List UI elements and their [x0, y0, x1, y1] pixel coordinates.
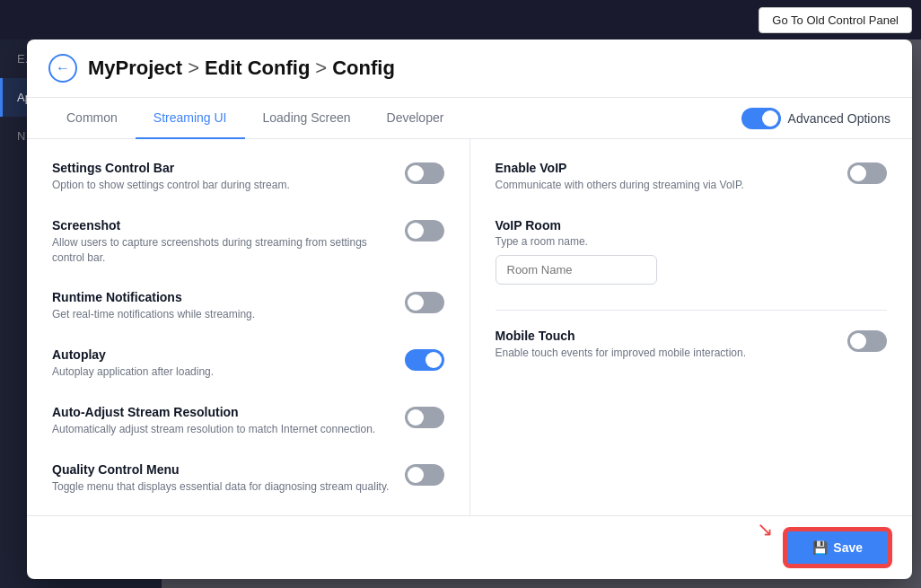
- setting-title-screenshot: Screenshot: [52, 218, 390, 233]
- modal-container: ← MyProject > Edit Config > Config Commo…: [27, 39, 912, 579]
- setting-row-auto-adjust: Auto-Adjust Stream Resolution Automatica…: [52, 405, 444, 437]
- back-button[interactable]: ←: [48, 54, 77, 83]
- save-button[interactable]: 💾 Save: [785, 529, 890, 566]
- toggle-auto-adjust[interactable]: [405, 407, 444, 428]
- old-panel-button[interactable]: Go To Old Control Panel: [759, 7, 912, 33]
- setting-desc-autoplay: Autoplay application after loading.: [52, 364, 390, 380]
- voip-room-desc: Type a room name.: [496, 235, 888, 248]
- toggle-runtime-notifications[interactable]: [405, 292, 444, 313]
- breadcrumb-sep1: >: [188, 57, 199, 80]
- modal-header: ← MyProject > Edit Config > Config: [27, 39, 912, 98]
- advanced-options-label: Advanced Options: [788, 111, 890, 126]
- setting-info-autoplay: Autoplay Autoplay application after load…: [52, 347, 390, 380]
- tab-developer[interactable]: Developer: [369, 98, 462, 139]
- voip-room-title: VoIP Room: [496, 218, 888, 233]
- setting-info-settings-control-bar: Settings Control Bar Option to show sett…: [52, 161, 390, 193]
- advanced-options-container: Advanced Options: [741, 108, 890, 129]
- tab-streaming-ui[interactable]: Streaming UI: [136, 98, 245, 139]
- setting-row-settings-control-bar: Settings Control Bar Option to show sett…: [52, 161, 444, 193]
- setting-row-mobile-touch: Mobile Touch Enable touch events for imp…: [496, 329, 888, 361]
- right-panel: Enable VoIP Communicate with others duri…: [470, 139, 913, 515]
- top-bar: Go To Old Control Panel: [0, 0, 921, 39]
- setting-row-screenshot: Screenshot Allow users to capture screen…: [52, 218, 444, 266]
- setting-title-mobile-touch: Mobile Touch: [496, 329, 834, 343]
- modal-body: Settings Control Bar Option to show sett…: [27, 139, 912, 515]
- setting-title-runtime-notifications: Runtime Notifications: [52, 290, 390, 304]
- tabs-container: Common Streaming UI Loading Screen Devel…: [27, 98, 912, 139]
- setting-title-enable-voip: Enable VoIP: [496, 161, 834, 175]
- setting-desc-runtime-notifications: Get real-time notifications while stream…: [52, 307, 390, 322]
- modal-overlay: ← MyProject > Edit Config > Config Commo…: [0, 0, 921, 588]
- setting-row-autoplay: Autoplay Autoplay application after load…: [52, 347, 444, 380]
- breadcrumb-config: Config: [332, 57, 395, 80]
- right-divider: [496, 310, 888, 311]
- breadcrumb: MyProject > Edit Config > Config: [88, 57, 395, 80]
- tab-loading-screen[interactable]: Loading Screen: [245, 98, 369, 139]
- breadcrumb-project: MyProject: [88, 57, 182, 80]
- setting-desc-mobile-touch: Enable touch events for improved mobile …: [496, 346, 834, 361]
- setting-info-quality-control: Quality Control Menu Toggle menu that di…: [52, 462, 390, 495]
- setting-title-settings-control-bar: Settings Control Bar: [52, 161, 390, 175]
- setting-title-autoplay: Autoplay: [52, 347, 390, 362]
- toggle-mobile-touch[interactable]: [847, 330, 887, 352]
- toggle-settings-control-bar[interactable]: [405, 162, 444, 184]
- setting-info-enable-voip: Enable VoIP Communicate with others duri…: [496, 161, 834, 193]
- left-panel: Settings Control Bar Option to show sett…: [27, 139, 470, 515]
- toggle-quality-control[interactable]: [405, 464, 444, 486]
- toggle-screenshot[interactable]: [405, 220, 444, 241]
- save-label: Save: [833, 540, 863, 555]
- save-icon: 💾: [812, 540, 828, 555]
- setting-title-auto-adjust: Auto-Adjust Stream Resolution: [52, 405, 390, 419]
- setting-desc-settings-control-bar: Option to show settings control bar duri…: [52, 178, 390, 193]
- setting-title-quality-control: Quality Control Menu: [52, 462, 390, 477]
- modal-footer: ↘ 💾 Save: [27, 515, 912, 579]
- back-icon: ←: [56, 60, 70, 76]
- voip-room-section: VoIP Room Type a room name.: [496, 218, 888, 285]
- setting-desc-quality-control: Toggle menu that displays essential data…: [52, 479, 390, 495]
- setting-info-runtime-notifications: Runtime Notifications Get real-time noti…: [52, 290, 390, 322]
- setting-desc-screenshot: Allow users to capture screenshots durin…: [52, 235, 390, 266]
- setting-desc-auto-adjust: Automatically adjust stream resolution t…: [52, 422, 390, 437]
- breadcrumb-edit: Edit Config: [205, 57, 310, 80]
- setting-info-auto-adjust: Auto-Adjust Stream Resolution Automatica…: [52, 405, 390, 437]
- advanced-options-toggle[interactable]: [741, 108, 781, 129]
- toggle-autoplay[interactable]: [405, 349, 444, 371]
- tab-common[interactable]: Common: [48, 98, 136, 139]
- setting-info-screenshot: Screenshot Allow users to capture screen…: [52, 218, 390, 266]
- save-arrow-indicator: ↘: [757, 518, 773, 541]
- setting-desc-enable-voip: Communicate with others during streaming…: [496, 178, 834, 193]
- setting-row-runtime-notifications: Runtime Notifications Get real-time noti…: [52, 290, 444, 322]
- toggle-enable-voip[interactable]: [847, 162, 887, 184]
- setting-row-quality-control: Quality Control Menu Toggle menu that di…: [52, 462, 444, 495]
- setting-info-mobile-touch: Mobile Touch Enable touch events for imp…: [496, 329, 834, 361]
- voip-room-input[interactable]: [496, 255, 657, 285]
- breadcrumb-sep2: >: [315, 57, 327, 80]
- setting-row-enable-voip: Enable VoIP Communicate with others duri…: [496, 161, 888, 193]
